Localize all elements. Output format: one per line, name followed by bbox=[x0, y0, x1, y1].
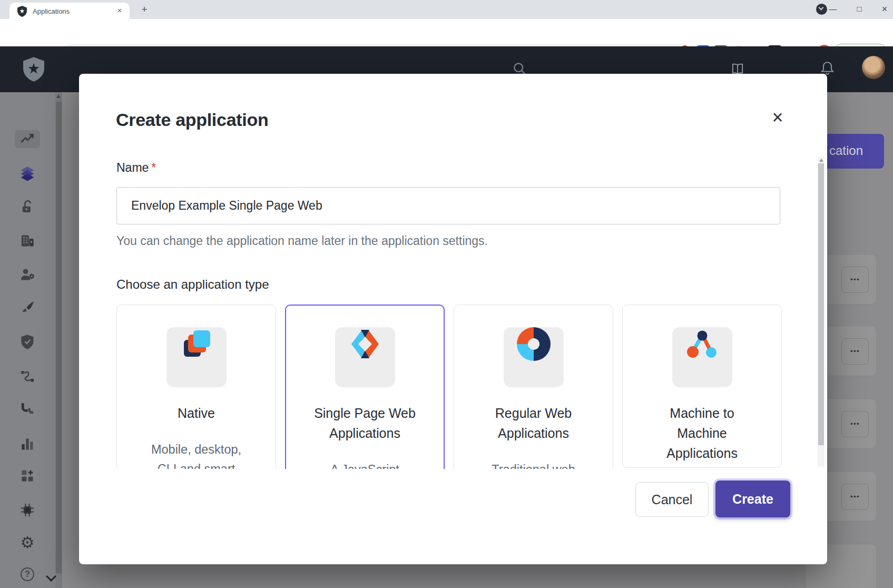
chevron-down-icon bbox=[819, 5, 824, 11]
type-card-description: Mobile, desktop, CLI and smart bbox=[146, 440, 247, 469]
type-card-single-page-web[interactable]: Single Page Web Applications A JavaScrip… bbox=[285, 305, 445, 469]
type-card-machine-to-machine[interactable]: Machine to Machine Applications bbox=[622, 305, 782, 468]
auth0-logo-icon[interactable] bbox=[23, 57, 44, 82]
create-application-modal: Create application × Name* You can chang… bbox=[79, 74, 827, 564]
type-card-regular-web[interactable]: Regular Web Applications Traditional web bbox=[454, 305, 613, 469]
spa-icon bbox=[335, 327, 395, 387]
type-card-description: Traditional web bbox=[484, 460, 584, 469]
window-maximize-button[interactable]: □ bbox=[851, 2, 867, 16]
name-help-text: You can change the application name late… bbox=[116, 234, 488, 248]
screen: Applications × + — □ × ← → ⟳ manage.auth… bbox=[0, 0, 893, 588]
application-type-cards: Native Mobile, desktop, CLI and smart Si… bbox=[116, 305, 782, 469]
regular-web-icon bbox=[504, 327, 564, 387]
type-card-title: Machine to Machine Applications bbox=[660, 403, 744, 463]
cancel-button[interactable]: Cancel bbox=[635, 482, 709, 517]
tab-close-icon[interactable]: × bbox=[114, 5, 125, 16]
type-card-title: Native bbox=[117, 403, 276, 423]
type-card-native[interactable]: Native Mobile, desktop, CLI and smart bbox=[116, 305, 276, 469]
user-avatar[interactable] bbox=[862, 56, 885, 79]
tab-title: Applications bbox=[33, 7, 70, 15]
type-card-description: A JavaScript bbox=[315, 460, 415, 469]
modal-scrollbar[interactable] bbox=[818, 157, 825, 467]
modal-scrollbar-thumb[interactable] bbox=[818, 163, 824, 445]
name-field-label: Name* bbox=[116, 161, 156, 175]
type-card-title: Regular Web Applications bbox=[484, 403, 584, 443]
window-minimize-button[interactable]: — bbox=[825, 2, 841, 16]
native-icon bbox=[166, 327, 227, 387]
browser-tab[interactable]: Applications × bbox=[9, 3, 130, 19]
create-button[interactable]: Create bbox=[715, 481, 790, 517]
choose-type-label: Choose an application type bbox=[116, 277, 269, 292]
new-tab-button[interactable]: + bbox=[138, 3, 151, 16]
required-asterisk: * bbox=[151, 161, 156, 174]
auth0-favicon-icon bbox=[17, 6, 27, 16]
m2m-icon bbox=[672, 327, 732, 387]
browser-toolbar: ← → ⟳ manage.auth0.com/dashboard/eu/drea… bbox=[0, 19, 893, 46]
modal-body: Name* You can change the application nam… bbox=[79, 156, 817, 469]
application-name-input[interactable] bbox=[116, 187, 780, 224]
modal-title: Create application bbox=[116, 110, 268, 130]
modal-close-icon[interactable]: × bbox=[765, 105, 790, 131]
browser-tab-bar: Applications × + — □ × bbox=[0, 0, 893, 19]
type-card-title: Single Page Web Applications bbox=[307, 403, 423, 443]
scroll-up-arrow-icon[interactable] bbox=[819, 159, 823, 162]
window-close-button[interactable]: × bbox=[877, 2, 892, 16]
